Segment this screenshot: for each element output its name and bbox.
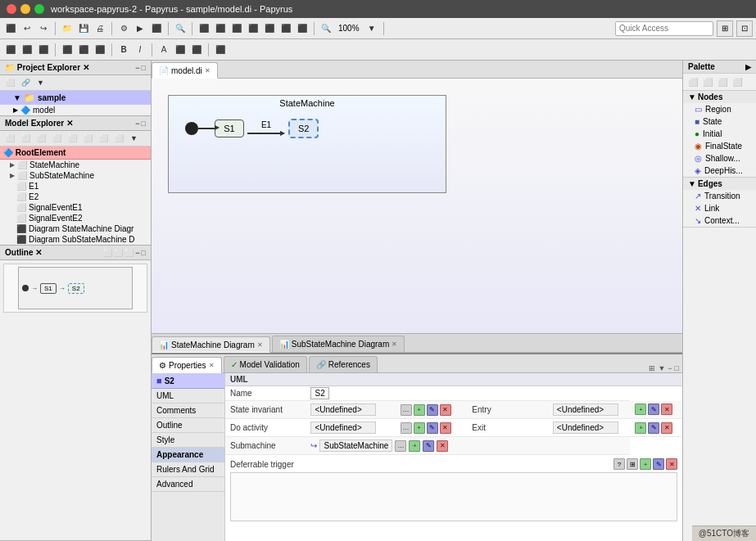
substatemachine-item[interactable]: ▶ ⬜ SubStateMachine xyxy=(0,170,151,181)
toolbar2-icon-6[interactable]: ⬛ xyxy=(93,43,107,57)
exit-btn-edit[interactable]: ✎ xyxy=(648,422,659,434)
palette-context[interactable]: ↘ Context... xyxy=(683,214,756,227)
state-s2-box[interactable]: S2 xyxy=(288,119,319,138)
da-btn-dots[interactable]: … xyxy=(401,422,412,434)
def-btn-edit[interactable]: ✎ xyxy=(653,458,664,470)
outline-max-icon[interactable]: □ xyxy=(142,249,146,257)
me-btn8[interactable]: ⬜ xyxy=(112,133,126,144)
pal-btn-1[interactable]: ⬜ xyxy=(686,75,699,88)
pal-btn-4[interactable]: ⬜ xyxy=(731,75,744,88)
palette-arrow-icon[interactable]: ▶ xyxy=(745,63,751,71)
cat-style[interactable]: Style xyxy=(152,433,224,448)
signal-e2-item[interactable]: ⬜ SignalEventE2 xyxy=(0,213,151,223)
tab-model-close[interactable]: ✕ xyxy=(205,67,211,74)
toolbar-icon-8[interactable]: ▶ xyxy=(133,21,147,36)
diagram-sm-item[interactable]: ⬛ Diagram StateMachine Diagr xyxy=(0,223,151,234)
toolbar2-icon-5[interactable]: ⬛ xyxy=(76,43,91,57)
props-close[interactable]: ✕ xyxy=(209,362,215,369)
toolbar2-icon-10[interactable]: ⬛ xyxy=(213,43,228,57)
toolbar-icon-17[interactable]: ⬛ xyxy=(295,21,310,36)
model-file-item[interactable]: ▶ 🔷 model xyxy=(0,105,151,115)
pe-max-icon[interactable]: □ xyxy=(142,64,146,72)
me-btn2[interactable]: ⬜ xyxy=(19,133,33,144)
name-value[interactable]: S2 xyxy=(310,387,328,399)
toolbar2-italic[interactable]: I xyxy=(133,43,147,57)
outline-icons[interactable]: ⬜ ⬜ ⬜ − □ xyxy=(103,249,146,257)
pal-btn-3[interactable]: ⬜ xyxy=(716,75,729,88)
window-controls[interactable] xyxy=(7,4,44,14)
palette-finalstate[interactable]: ◉ FinalState xyxy=(683,140,756,152)
palette-link[interactable]: ✕ Link xyxy=(683,202,756,214)
toolbar2-icon-1[interactable]: ⬛ xyxy=(3,43,18,57)
toolbar2-icon-4[interactable]: ⬛ xyxy=(60,43,75,57)
e2-item[interactable]: ⬜ E2 xyxy=(0,192,151,202)
props-down-icon[interactable]: ▼ xyxy=(658,364,665,372)
outline-btn1[interactable]: ⬜ xyxy=(103,249,112,257)
si-btn-edit[interactable]: ✎ xyxy=(427,404,438,416)
diagram-ssm-item[interactable]: ⬛ Diagram SubStateMachine D xyxy=(0,234,151,245)
palette-region[interactable]: ▭ Region xyxy=(683,103,756,115)
toolbar-icon-15[interactable]: ⬛ xyxy=(262,21,277,36)
props-expand-icon[interactable]: ⊞ xyxy=(649,364,655,372)
e1-item[interactable]: ⬜ E1 xyxy=(0,181,151,192)
signal-e1-item[interactable]: ⬜ SignalEventE1 xyxy=(0,202,151,213)
toolbar-icon-7[interactable]: ⚙ xyxy=(116,21,131,36)
me-btn3[interactable]: ⬜ xyxy=(34,133,48,144)
quick-access-btn-2[interactable]: ⊡ xyxy=(736,20,753,37)
def-btn-help[interactable]: ? xyxy=(613,458,625,470)
toolbar-icon-6[interactable]: 🖨 xyxy=(93,21,107,36)
project-explorer-icons[interactable]: − □ xyxy=(135,64,146,72)
tab-model-validation[interactable]: ✓ Model Validation xyxy=(224,356,307,372)
pe-menu[interactable]: ▼ xyxy=(34,77,47,88)
minimize-button[interactable] xyxy=(20,4,30,14)
pe-link[interactable]: 🔗 xyxy=(19,77,33,88)
cat-profile[interactable]: Outline xyxy=(152,418,224,433)
close-button[interactable] xyxy=(7,4,16,14)
toolbar2-icon-7[interactable]: A xyxy=(156,43,171,57)
si-btn-add[interactable]: + xyxy=(414,404,425,416)
me-min-icon[interactable]: − xyxy=(135,119,139,128)
toolbar2-icon-8[interactable]: ⬛ xyxy=(173,43,188,57)
exit-btn-add[interactable]: + xyxy=(635,422,646,434)
entry-btn-del[interactable]: ✕ xyxy=(661,403,672,415)
pe-collapse-all[interactable]: ⬜ xyxy=(3,77,17,88)
root-element-header[interactable]: 🔷 RootElement xyxy=(0,147,151,160)
cat-advanced[interactable]: Advanced xyxy=(152,477,224,492)
toolbar2-icon-9[interactable]: ⬛ xyxy=(189,43,204,57)
pal-btn-2[interactable]: ⬜ xyxy=(701,75,714,88)
toolbar2-bold[interactable]: B xyxy=(116,43,131,57)
tab-model-di[interactable]: 📄 model.di ✕ xyxy=(152,62,218,79)
si-btn-del[interactable]: ✕ xyxy=(440,404,451,416)
sub-btn-del[interactable]: ✕ xyxy=(437,440,448,452)
tab-properties[interactable]: ⚙ Properties ✕ xyxy=(152,357,222,373)
toolbar-icon-4[interactable]: 📁 xyxy=(60,21,75,36)
me-btn7[interactable]: ⬜ xyxy=(97,133,111,144)
sample-folder[interactable]: ▼ 📁 sample xyxy=(0,91,151,105)
props-min-icon[interactable]: − xyxy=(668,364,672,372)
me-btn5[interactable]: ⬜ xyxy=(66,133,79,144)
cat-rulers[interactable]: Rulers And Grid xyxy=(152,462,224,477)
sub-btn-dots[interactable]: … xyxy=(395,440,406,452)
toolbar2-icon-2[interactable]: ⬛ xyxy=(20,43,34,57)
me-btn4[interactable]: ⬜ xyxy=(50,133,64,144)
entry-btn-edit[interactable]: ✎ xyxy=(648,403,659,415)
outline-min-icon[interactable]: − xyxy=(135,249,139,257)
sub-btn-add[interactable]: + xyxy=(409,440,420,452)
toolbar-icon-18[interactable]: ▼ xyxy=(364,21,379,36)
sub-btn-edit[interactable]: ✎ xyxy=(423,440,434,452)
tab-substatemachine-diagram[interactable]: 📊 SubStateMachine Diagram ✕ xyxy=(272,336,405,352)
toolbar-icon-16[interactable]: ⬛ xyxy=(278,21,293,36)
def-btn-del[interactable]: ✕ xyxy=(666,458,677,470)
palette-nodes-header[interactable]: ▼ Nodes xyxy=(683,91,756,103)
toolbar-icon-1[interactable]: ⬛ xyxy=(3,21,18,36)
ssmd-close[interactable]: ✕ xyxy=(392,340,397,348)
si-btn-dots[interactable]: … xyxy=(401,404,412,416)
palette-deephis[interactable]: ◈ DeepHis... xyxy=(683,165,756,177)
toolbar-icon-9[interactable]: ⬛ xyxy=(149,21,164,36)
toolbar-icon-2[interactable]: ↩ xyxy=(20,21,34,36)
me-menu[interactable]: ▼ xyxy=(128,133,140,144)
tab-statemachine-diagram[interactable]: 📊 StateMachine Diagram ✕ xyxy=(152,336,270,353)
def-btn-expand[interactable]: ⊞ xyxy=(627,458,638,470)
props-max-icon[interactable]: □ xyxy=(675,364,679,372)
toolbar-icon-13[interactable]: ⬛ xyxy=(229,21,244,36)
